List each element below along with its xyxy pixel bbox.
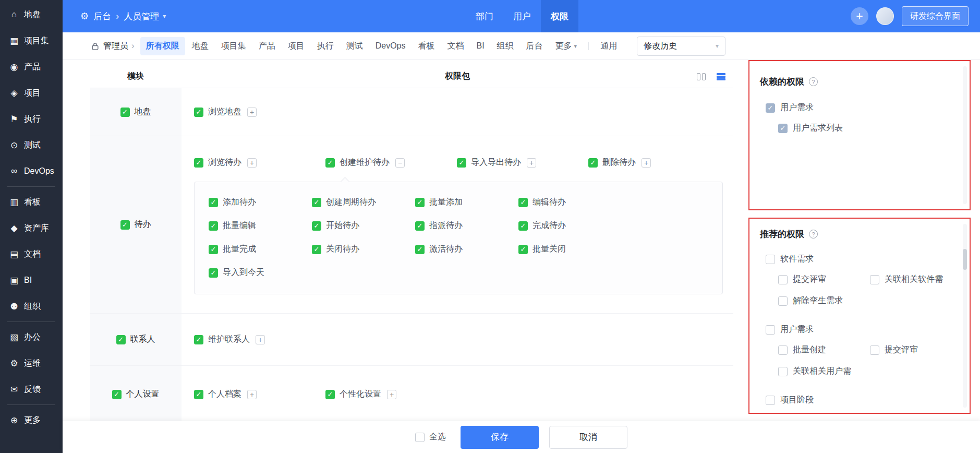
save-button[interactable]: 保存	[461, 426, 539, 449]
recommend-child-checkbox[interactable]	[870, 275, 879, 284]
tab-execution[interactable]: 执行	[311, 37, 340, 55]
package-checkbox[interactable]	[325, 158, 335, 168]
sidebar-item-kanban[interactable]: ▥ 看板	[0, 189, 63, 215]
recommend-child-checkbox[interactable]	[778, 345, 788, 355]
sidebar-item-project[interactable]: ◈ 项目	[0, 80, 63, 106]
module-checkbox[interactable]	[120, 108, 130, 117]
expand-button[interactable]: +	[642, 158, 651, 168]
workspace-switch-button[interactable]: 研发综合界面	[902, 6, 969, 26]
package-checkbox[interactable]	[588, 158, 598, 168]
tab-admin[interactable]: 后台	[521, 37, 549, 55]
breadcrumb-current[interactable]: 人员管理	[124, 10, 159, 22]
sidebar-item-program[interactable]: ▦ 项目集	[0, 28, 63, 54]
expand-button[interactable]: +	[387, 390, 396, 399]
user-avatar[interactable]	[876, 7, 894, 25]
sidebar-item-assets[interactable]: ◆ 资产库	[0, 215, 63, 241]
permission-checkbox[interactable]	[312, 198, 321, 207]
package-checkbox[interactable]	[194, 158, 203, 168]
permission-checkbox[interactable]	[209, 245, 218, 254]
column-view-button[interactable]	[693, 70, 709, 84]
permission-checkbox[interactable]	[518, 198, 528, 207]
tab-all-privileges[interactable]: 所有权限	[140, 37, 185, 55]
role-group-label[interactable]: 管理员	[103, 41, 128, 52]
module-checkbox[interactable]	[116, 335, 126, 344]
permission-checkbox[interactable]	[415, 221, 425, 231]
permission-checkbox[interactable]	[415, 198, 425, 207]
sidebar-item-more[interactable]: ⊕ 更多	[0, 407, 63, 433]
nav-department[interactable]: 部门	[466, 0, 503, 32]
recommend-child-checkbox[interactable]	[778, 275, 788, 284]
sidebar-item-product[interactable]: ◉ 产品	[0, 54, 63, 80]
sidebar-item-org[interactable]: ⚉ 组织	[0, 293, 63, 319]
add-icon[interactable]: +	[851, 7, 868, 25]
package-label: 个性化设置	[340, 389, 381, 400]
tab-devops[interactable]: DevOps	[370, 38, 412, 54]
tab-org[interactable]: 组织	[491, 37, 519, 55]
collapse-button[interactable]: −	[395, 158, 405, 168]
permission-checkbox[interactable]	[518, 221, 528, 231]
tab-bi[interactable]: BI	[470, 38, 490, 54]
cancel-button[interactable]: 取消	[549, 426, 627, 449]
recommend-child-checkbox[interactable]	[778, 367, 788, 376]
module-checkbox[interactable]	[112, 390, 122, 399]
nav-user[interactable]: 用户	[503, 0, 541, 32]
expand-button[interactable]: +	[247, 108, 257, 117]
permission-checkbox[interactable]	[312, 221, 321, 231]
help-icon[interactable]: ?	[809, 230, 818, 239]
tab-project[interactable]: 项目	[282, 37, 310, 55]
expand-button[interactable]: +	[247, 390, 257, 399]
sidebar-item-doc[interactable]: ▤ 文档	[0, 241, 63, 267]
tab-dipan[interactable]: 地盘	[186, 37, 214, 55]
sidebar-item-home[interactable]: ⌂ 地盘	[0, 2, 63, 28]
breadcrumb-admin[interactable]: 后台	[93, 10, 111, 22]
permission-checkbox[interactable]	[209, 268, 218, 278]
recommend-parent: 软件需求	[766, 254, 970, 265]
nav-privilege[interactable]: 权限	[541, 0, 578, 32]
tab-program[interactable]: 项目集	[215, 37, 252, 55]
permission-checkbox[interactable]	[415, 245, 425, 254]
permission-checkbox[interactable]	[518, 245, 528, 254]
tab-doc[interactable]: 文档	[441, 37, 469, 55]
package-checkbox[interactable]	[194, 390, 203, 399]
sidebar-item-ops[interactable]: ⚙ 运维	[0, 350, 63, 376]
package-checkbox[interactable]	[194, 108, 203, 117]
module-checkbox[interactable]	[120, 220, 130, 230]
package-checkbox[interactable]	[325, 390, 335, 399]
sidebar-item-execution[interactable]: ⚑ 执行	[0, 106, 63, 132]
package-checkbox[interactable]	[457, 158, 466, 168]
tab-product[interactable]: 产品	[253, 37, 281, 55]
tab-common[interactable]: 通用	[595, 37, 623, 55]
select-all[interactable]: 全选	[415, 432, 446, 443]
change-history-select[interactable]: 修改历史 ▾	[637, 37, 725, 56]
sidebar-item-feedback[interactable]: ✉ 反馈	[0, 376, 63, 402]
package-cell: 维护联系人 +	[182, 314, 733, 365]
tab-qa[interactable]: 测试	[341, 37, 369, 55]
recommend-parent-checkbox[interactable]	[766, 396, 775, 405]
expand-button[interactable]: +	[527, 158, 536, 168]
recommend-child-checkbox[interactable]	[870, 345, 879, 355]
chevron-down-icon[interactable]: ▾	[163, 13, 166, 20]
expand-button[interactable]: +	[247, 158, 257, 168]
package-checkbox[interactable]	[194, 335, 203, 344]
scrollbar-thumb[interactable]	[963, 249, 967, 270]
help-icon[interactable]: ?	[809, 77, 818, 86]
sidebar-item-bi[interactable]: ▣ BI	[0, 267, 63, 293]
sidebar-item-qa[interactable]: ⊙ 测试	[0, 132, 63, 158]
select-all-checkbox[interactable]	[415, 433, 425, 442]
dependency-parent-checkbox[interactable]	[766, 103, 775, 113]
recommend-parent-checkbox[interactable]	[766, 325, 775, 335]
list-view-button[interactable]	[712, 70, 729, 84]
sidebar-item-office[interactable]: ▧ 办公	[0, 324, 63, 350]
dependency-child-checkbox[interactable]	[778, 124, 788, 133]
expand-button[interactable]: +	[256, 335, 265, 344]
tab-more[interactable]: 更多 ▾	[550, 37, 583, 55]
permission-checkbox[interactable]	[312, 245, 321, 254]
scrollbar-track[interactable]	[963, 66, 967, 204]
permission-checkbox[interactable]	[209, 221, 218, 231]
sidebar-item-devops[interactable]: ∞ DevOps	[0, 158, 63, 184]
recommend-child-checkbox[interactable]	[778, 296, 788, 306]
gear-icon[interactable]: ⚙	[80, 10, 89, 22]
recommend-parent-checkbox[interactable]	[766, 255, 775, 264]
permission-checkbox[interactable]	[209, 198, 218, 207]
tab-kanban[interactable]: 看板	[412, 37, 440, 55]
